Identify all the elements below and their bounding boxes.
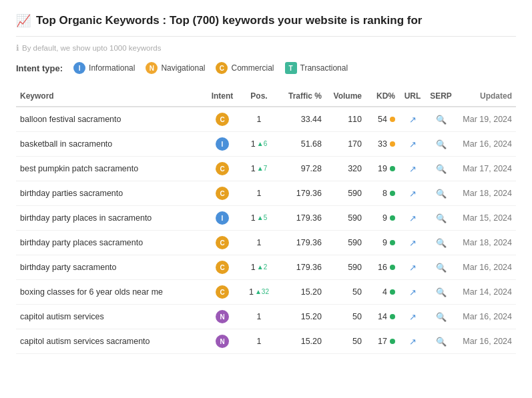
cell-keyword: capitol autism services [16, 305, 202, 329]
kd-dot [390, 117, 395, 122]
col-updated: Updated [456, 86, 516, 107]
serp-search-icon[interactable]: 🔍 [436, 238, 447, 248]
cell-kd: 8 [366, 181, 399, 206]
cell-intent: C [202, 107, 242, 132]
cell-url[interactable]: ↗ [399, 132, 426, 157]
cell-serp[interactable]: 🔍 [426, 157, 456, 181]
intent-type-row: Intent type: I Informational N Navigatio… [16, 62, 516, 74]
cell-volume: 110 [326, 107, 366, 132]
cell-url[interactable]: ↗ [399, 206, 426, 231]
kd-value: 33 [378, 139, 387, 149]
col-traffic: Traffic % [276, 86, 326, 107]
badge-i-circle: I [73, 62, 85, 74]
cell-updated: Mar 18, 2024 [456, 231, 516, 255]
subtitle-text: By default, we show upto 1000 keywords [22, 44, 161, 52]
intent-transactional: T Transactional [285, 62, 348, 74]
cell-url[interactable]: ↗ [399, 157, 426, 181]
cell-volume: 50 [326, 329, 366, 354]
cell-url[interactable]: ↗ [399, 305, 426, 329]
cell-traffic: 179.36 [276, 206, 326, 231]
cell-url[interactable]: ↗ [399, 280, 426, 305]
cell-serp[interactable]: 🔍 [426, 305, 456, 329]
cell-kd: 54 [366, 107, 399, 132]
cell-kd: 33 [366, 132, 399, 157]
intent-badge-cell: I [216, 137, 229, 151]
cell-pos: 1 [242, 305, 276, 329]
table-row: balloon festival sacramentoC133.4411054↗… [16, 107, 516, 132]
cell-intent: I [202, 206, 242, 231]
badge-n-circle: N [146, 62, 158, 74]
serp-search-icon[interactable]: 🔍 [436, 263, 447, 273]
kd-dot [390, 141, 395, 147]
cell-traffic: 15.20 [276, 305, 326, 329]
table-row: best pumpkin patch sacramentoC1▲797.2832… [16, 157, 516, 181]
url-link-icon[interactable]: ↗ [409, 263, 417, 273]
cell-serp[interactable]: 🔍 [426, 107, 456, 132]
page-title: Top Organic Keywords : Top (700) keyword… [36, 14, 422, 27]
cell-volume: 590 [326, 181, 366, 206]
intent-badge-cell: C [216, 236, 229, 249]
kd-value: 17 [378, 337, 387, 346]
cell-url[interactable]: ↗ [399, 231, 426, 255]
table-row: boxing classes for 6 year olds near meC1… [16, 280, 516, 305]
cell-url[interactable]: ↗ [399, 255, 426, 280]
url-link-icon[interactable]: ↗ [409, 213, 417, 223]
table-row: birthday parties sacramentoC1179.365908↗… [16, 181, 516, 206]
cell-volume: 590 [326, 255, 366, 280]
url-link-icon[interactable]: ↗ [409, 164, 417, 174]
url-link-icon[interactable]: ↗ [409, 115, 417, 125]
table-row: birthday party places in sacramentoI1▲51… [16, 206, 516, 231]
cell-kd: 14 [366, 305, 399, 329]
cell-kd: 16 [366, 255, 399, 280]
cell-intent: C [202, 231, 242, 255]
table-row: capitol autism services sacramentoN115.2… [16, 329, 516, 354]
serp-search-icon[interactable]: 🔍 [436, 115, 447, 125]
kd-dot [390, 240, 395, 245]
intent-badge-cell: I [216, 211, 229, 225]
cell-pos: 1 [242, 231, 276, 255]
cell-url[interactable]: ↗ [399, 107, 426, 132]
cell-updated: Mar 17, 2024 [456, 157, 516, 181]
col-pos: Pos. [242, 86, 276, 107]
intent-navigational-label: Navigational [161, 63, 205, 73]
cell-keyword: boxing classes for 6 year olds near me [16, 280, 202, 305]
pos-change: ▲6 [257, 141, 267, 147]
cell-traffic: 179.36 [276, 181, 326, 206]
cell-serp[interactable]: 🔍 [426, 329, 456, 354]
cell-url[interactable]: ↗ [399, 181, 426, 206]
cell-intent: N [202, 305, 242, 329]
url-link-icon[interactable]: ↗ [409, 189, 417, 199]
cell-serp[interactable]: 🔍 [426, 231, 456, 255]
col-serp: SERP [426, 86, 456, 107]
serp-search-icon[interactable]: 🔍 [436, 189, 447, 199]
kd-value: 4 [382, 287, 387, 297]
cell-pos: 1▲32 [242, 280, 276, 305]
url-link-icon[interactable]: ↗ [409, 312, 417, 322]
cell-serp[interactable]: 🔍 [426, 255, 456, 280]
intent-transactional-label: Transactional [300, 63, 348, 73]
serp-search-icon[interactable]: 🔍 [436, 139, 447, 149]
intent-badge-cell: C [216, 113, 229, 126]
url-link-icon[interactable]: ↗ [409, 238, 417, 248]
cell-url[interactable]: ↗ [399, 329, 426, 354]
cell-intent: C [202, 181, 242, 206]
table-row: basketball in sacramentoI1▲651.6817033↗🔍… [16, 132, 516, 157]
serp-search-icon[interactable]: 🔍 [436, 312, 447, 322]
pos-change: ▲2 [257, 264, 267, 271]
cell-serp[interactable]: 🔍 [426, 280, 456, 305]
cell-keyword: best pumpkin patch sacramento [16, 157, 202, 181]
serp-search-icon[interactable]: 🔍 [436, 164, 447, 174]
cell-updated: Mar 16, 2024 [456, 132, 516, 157]
cell-serp[interactable]: 🔍 [426, 132, 456, 157]
serp-search-icon[interactable]: 🔍 [436, 287, 447, 297]
serp-search-icon[interactable]: 🔍 [436, 337, 447, 347]
cell-serp[interactable]: 🔍 [426, 206, 456, 231]
url-link-icon[interactable]: ↗ [409, 287, 417, 297]
url-link-icon[interactable]: ↗ [409, 337, 417, 347]
url-link-icon[interactable]: ↗ [409, 139, 417, 149]
cell-updated: Mar 16, 2024 [456, 329, 516, 354]
serp-search-icon[interactable]: 🔍 [436, 213, 447, 223]
cell-pos: 1 [242, 107, 276, 132]
cell-pos: 1 [242, 181, 276, 206]
cell-serp[interactable]: 🔍 [426, 181, 456, 206]
